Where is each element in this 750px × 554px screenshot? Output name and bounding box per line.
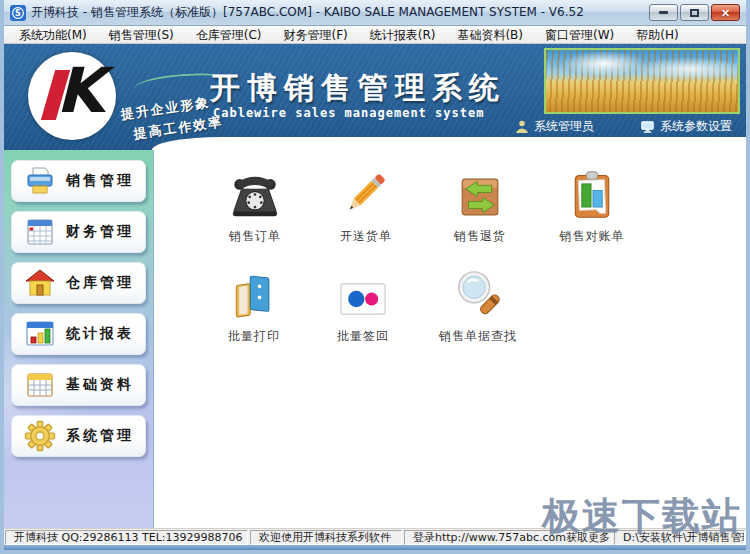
status-bar: 开博科技 QQ:29286113 TEL:13929988706 欢迎使用开博科… (4, 528, 746, 545)
svg-text:S: S (15, 9, 21, 18)
app-logo-icon: S (10, 5, 26, 21)
maximize-button[interactable] (680, 4, 709, 21)
shortcut-label: 批量签回 (311, 328, 415, 345)
shortcut-sales-order[interactable]: 销售订单 (203, 166, 307, 245)
sidebar-item-label: 销售管理 (66, 172, 134, 190)
sidebar: 销售管理 财务管理 仓库管理 (4, 150, 154, 528)
maximize-icon (690, 9, 699, 17)
system-settings[interactable]: 系统参数设置 (640, 118, 732, 135)
minimize-button[interactable] (649, 4, 678, 21)
shortcut-label: 销售对账单 (540, 228, 644, 245)
sidebar-item-basedata[interactable]: 基础资料 (11, 364, 146, 406)
close-icon: × (720, 7, 730, 19)
status-path: D:\安装软件\开博销售管理系 (614, 530, 745, 545)
menu-finance[interactable]: 财务管理(F) (272, 26, 358, 44)
magnifier-icon (451, 268, 505, 322)
shortcut-label: 开送货单 (314, 228, 418, 245)
telephone-icon (227, 168, 283, 222)
current-user-label: 系统管理员 (534, 118, 594, 135)
header-status-row: 系统管理员 系统参数设置 (515, 118, 732, 135)
user-icon (515, 119, 529, 134)
sidebar-item-system[interactable]: 系统管理 (11, 415, 146, 457)
monitor-icon (640, 120, 655, 134)
logo-letter: K (56, 60, 104, 122)
banner-subtitle: Cablewire sales management system (213, 106, 484, 120)
shortcut-batch-print[interactable]: 批量打印 (202, 266, 306, 345)
sidebar-item-label: 基础资料 (66, 376, 134, 394)
shortcut-label: 销售退货 (428, 228, 532, 245)
menu-basedata[interactable]: 基础资料(B) (446, 26, 534, 44)
close-button[interactable]: × (711, 4, 740, 21)
sidebar-item-label: 仓库管理 (66, 274, 134, 292)
company-logo: K (28, 52, 116, 140)
ledger-icon (24, 216, 56, 248)
shortcut-label: 销售单据查找 (416, 328, 540, 345)
house-icon (24, 267, 56, 299)
main-content: 销售订单 开送货单 (154, 150, 746, 528)
shortcut-label: 销售订单 (203, 228, 307, 245)
dots-card-icon (335, 276, 391, 322)
menu-help[interactable]: 帮助(H) (625, 26, 689, 44)
menu-bar: 系统功能(M) 销售管理(S) 仓库管理(C) 财务管理(F) 统计报表(R) … (4, 26, 746, 44)
current-user[interactable]: 系统管理员 (515, 118, 594, 135)
menu-sales[interactable]: 销售管理(S) (98, 26, 185, 44)
sidebar-item-label: 系统管理 (66, 427, 134, 445)
bar-chart-icon (24, 318, 56, 350)
folders-icon (228, 270, 280, 322)
sidebar-item-sales[interactable]: 销售管理 (11, 160, 146, 202)
header-curve-decoration (152, 137, 746, 150)
sidebar-item-reports[interactable]: 统计报表 (11, 313, 146, 355)
wheat-field-image (544, 48, 740, 114)
shortcut-batch-signback[interactable]: 批量签回 (311, 266, 415, 345)
shortcut-document-search[interactable]: 销售单据查找 (416, 266, 540, 345)
title-bar: S 开博科技 - 销售管理系统（标准版）[757ABC.COM] - KAIBO… (4, 0, 746, 26)
shortcut-sales-return[interactable]: 销售退货 (428, 166, 532, 245)
window-bottom-border (4, 545, 746, 554)
sidebar-item-finance[interactable]: 财务管理 (11, 211, 146, 253)
statement-clipboard-icon (566, 168, 618, 222)
sidebar-item-warehouse[interactable]: 仓库管理 (11, 262, 146, 304)
shortcut-statement[interactable]: 销售对账单 (540, 166, 644, 245)
status-website: 登录http://www.757abc.com获取更多... (404, 530, 612, 545)
status-welcome: 欢迎使用开博科技系列软件 (250, 530, 402, 545)
sidebar-item-label: 统计报表 (66, 325, 134, 343)
system-settings-label: 系统参数设置 (660, 118, 732, 135)
menu-window[interactable]: 窗口管理(W) (534, 26, 625, 44)
gear-icon (24, 420, 56, 452)
shortcut-delivery-note[interactable]: 开送货单 (314, 166, 418, 245)
menu-warehouse[interactable]: 仓库管理(C) (185, 26, 273, 44)
status-contact: 开博科技 QQ:29286113 TEL:13929988706 (5, 530, 248, 545)
return-box-icon (454, 172, 506, 222)
header-banner: K 提升企业形象 提高工作效率 开博销售管理系统 Cablewire sales… (4, 44, 746, 150)
banner-title: 开博销售管理系统 (210, 68, 506, 109)
printer-icon (24, 165, 56, 197)
menu-system[interactable]: 系统功能(M) (8, 26, 98, 44)
minimize-icon (659, 11, 668, 14)
sidebar-item-label: 财务管理 (66, 223, 134, 241)
app-window: S 开博科技 - 销售管理系统（标准版）[757ABC.COM] - KAIBO… (0, 0, 750, 554)
window-title: 开博科技 - 销售管理系统（标准版）[757ABC.COM] - KAIBO S… (31, 4, 649, 21)
shortcut-label: 批量打印 (202, 328, 306, 345)
data-table-icon (24, 369, 56, 401)
menu-reports[interactable]: 统计报表(R) (359, 26, 447, 44)
pencil-icon (338, 168, 394, 222)
